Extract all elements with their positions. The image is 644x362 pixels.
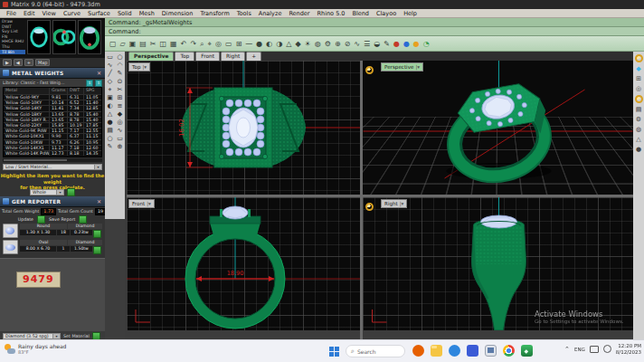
clock[interactable]: 12:20 PM 8/12/2023 xyxy=(616,343,641,355)
trim-icon[interactable]: ⊘ xyxy=(345,40,351,48)
gem-row[interactable]: OvalDiamond8.00 X 6.7011.50tw xyxy=(3,240,102,254)
menu-solid[interactable]: Solid xyxy=(118,10,132,17)
view-ring-icon[interactable] xyxy=(365,203,374,211)
trim-tool-icon[interactable]: ✂ xyxy=(115,86,125,93)
pan-icon[interactable]: ▭ xyxy=(225,40,232,48)
saved-view-item[interactable]: Til Bin xyxy=(0,50,25,55)
view-ring-icon[interactable] xyxy=(365,66,374,74)
snap-tool-icon[interactable]: ⌖ xyxy=(105,86,115,93)
gem-row[interactable]: RoundDiamond1.30 X 1.30180.23tw xyxy=(3,224,102,238)
light-icon[interactable]: ☀ xyxy=(305,40,311,48)
layers-icon[interactable]: ☰ xyxy=(364,40,370,48)
viewport-top[interactable]: Top|▾ xyxy=(127,61,360,195)
solid-tool-icon[interactable]: ▣ xyxy=(105,94,115,101)
new-file-icon[interactable]: ▢ xyxy=(109,40,117,48)
language-indicator[interactable]: ENG xyxy=(574,347,585,352)
grid-view-icon[interactable]: ⊞ xyxy=(636,75,641,82)
render-gold-icon[interactable]: ● xyxy=(413,40,420,48)
metal-row[interactable]: Yellow Gold-9KY9.816.3111.05 xyxy=(4,94,101,100)
target-view-icon[interactable]: ◎ xyxy=(636,85,641,92)
viewport-perspective-label[interactable]: Perspective|▾ xyxy=(381,62,423,71)
menu-surface[interactable]: Surface xyxy=(88,10,110,17)
cut-icon[interactable]: ✂ xyxy=(150,40,156,48)
close-icon[interactable]: ✕ xyxy=(97,198,102,205)
command-input[interactable]: Command: xyxy=(105,27,644,36)
mesh-tool-icon[interactable]: △ xyxy=(105,110,115,118)
metal-row[interactable]: White Gold-14KX111.177.1812.60 xyxy=(4,145,101,150)
settings-icon[interactable]: ⚙ xyxy=(325,40,331,48)
point-tool-icon[interactable]: ● xyxy=(105,119,115,126)
mesh-view-icon[interactable]: △ xyxy=(636,136,640,143)
calculate-button[interactable] xyxy=(67,188,75,196)
menu-rhino-5-0[interactable]: Rhino 5.0 xyxy=(317,10,346,17)
metal-row[interactable]: Yellow Gold-22KY15.8510.1917.85 xyxy=(4,122,101,128)
render-green-icon[interactable]: ◔ xyxy=(423,40,430,48)
start-button[interactable] xyxy=(329,347,339,357)
edit-icon[interactable]: ✎ xyxy=(384,40,390,48)
line-tool-icon[interactable]: ╱ xyxy=(105,70,115,77)
point-view-icon[interactable]: ● xyxy=(636,146,641,153)
redo-icon[interactable]: ↷ xyxy=(190,40,196,48)
orbit-tool-icon[interactable]: ◎ xyxy=(115,119,125,126)
metal-weights-header[interactable]: METAL WEIGHTS ✕ xyxy=(0,68,105,79)
set-material-button[interactable] xyxy=(92,332,100,340)
calc-scope-select[interactable]: Whole▾ xyxy=(30,189,64,195)
plane-tool-icon[interactable]: ▭ xyxy=(115,135,125,142)
viewport-top-label[interactable]: Top|▾ xyxy=(128,62,150,71)
menu-mesh[interactable]: Mesh xyxy=(139,10,155,17)
gem-select-button[interactable] xyxy=(93,230,101,238)
print-icon[interactable]: ▤ xyxy=(139,40,147,48)
views-nav-item[interactable]: + xyxy=(24,59,33,66)
viewport-tab-right[interactable]: Right xyxy=(221,52,245,61)
boolean-add-icon[interactable]: ⊕ xyxy=(335,40,341,48)
menu-transform[interactable]: Transform xyxy=(200,10,229,17)
paste-icon[interactable]: ▦ xyxy=(170,40,177,48)
metal-row[interactable]: White Gold-10KX19.906.3711.15 xyxy=(4,133,101,138)
open-file-icon[interactable]: ▱ xyxy=(120,40,126,48)
material-mode-select[interactable]: Low / Start Material...▾ xyxy=(3,164,102,170)
annotate-tool-icon[interactable]: ✎ xyxy=(105,143,115,150)
menu-help[interactable]: Help xyxy=(403,10,417,17)
chrome-icon[interactable] xyxy=(503,345,515,357)
metal-row[interactable]: White Gold-10KW9.736.2610.95 xyxy=(4,139,101,145)
weather-widget[interactable]: Rainy days ahead 83°F xyxy=(5,343,66,355)
hatch-tool-icon[interactable]: ▤ xyxy=(105,127,115,134)
metal-row[interactable]: Yellow Gold-18KY13.658.7815.40 xyxy=(4,111,101,117)
viewport-front-label[interactable]: Front|▾ xyxy=(128,199,155,208)
volume-icon[interactable] xyxy=(603,345,611,353)
menu-edit[interactable]: Edit xyxy=(24,10,35,17)
material-tool-icon[interactable]: ◍ xyxy=(636,126,641,133)
live-toggle-button[interactable]: 1 xyxy=(95,80,102,87)
metal-table-scrollbar[interactable] xyxy=(3,158,102,162)
this-pc-icon[interactable] xyxy=(485,345,497,357)
viewport-right-label[interactable]: Right|▾ xyxy=(381,199,407,208)
view-thumbnail[interactable] xyxy=(27,20,51,54)
circle-tool-icon[interactable]: ○ xyxy=(115,53,125,61)
metal-row[interactable]: Yellow Gold-18KY R...13.658.7815.40 xyxy=(4,117,101,122)
rectangle-tool-icon[interactable]: ▭ xyxy=(105,53,115,61)
render-shade-icon[interactable]: ◑ xyxy=(276,40,282,48)
line-icon[interactable]: — xyxy=(245,40,252,48)
viewport-tab-front[interactable]: Front xyxy=(195,52,220,61)
firefox-icon[interactable] xyxy=(412,345,424,357)
orbit-icon[interactable]: ◎ xyxy=(215,40,222,48)
viewport-tab-perspective[interactable]: Perspective xyxy=(128,52,174,61)
viewport-tab-top[interactable]: Top xyxy=(175,52,194,61)
gem-reporter-header[interactable]: GEM REPORTER ✕ xyxy=(0,196,105,207)
undo-icon[interactable]: ↶ xyxy=(181,40,187,48)
ring-preset-icon[interactable] xyxy=(635,95,643,103)
photos-icon[interactable] xyxy=(467,345,478,357)
shade-tool-icon[interactable]: ◐ xyxy=(105,102,115,110)
battery-icon[interactable] xyxy=(590,346,599,353)
gem-material-select[interactable]: Diamond (3.52 spg)▾ xyxy=(3,333,61,339)
views-nav-item[interactable]: ▶ xyxy=(3,59,12,66)
menu-tools[interactable]: Tools xyxy=(237,10,251,17)
metal-row[interactable]: Yellow Gold-10KY10.146.5211.40 xyxy=(4,100,101,105)
curve-icon[interactable]: ∿ xyxy=(354,40,360,48)
menu-render[interactable]: Render xyxy=(289,10,309,17)
ring-builder-icon[interactable] xyxy=(635,54,643,62)
menu-file[interactable]: File xyxy=(6,10,16,17)
point-icon[interactable]: ● xyxy=(256,40,262,48)
copy-icon[interactable]: ◫ xyxy=(160,40,167,48)
units-toggle-button[interactable]: 1 xyxy=(86,80,93,87)
